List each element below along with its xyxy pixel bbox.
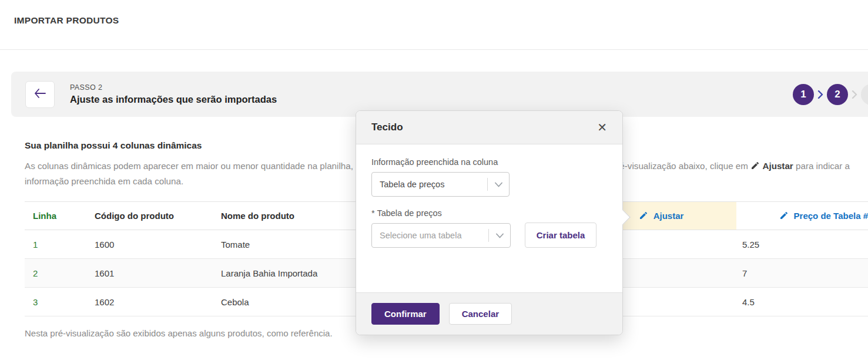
cell-linha: 1	[25, 230, 86, 259]
cell-preco: 7	[736, 259, 868, 288]
intro-text-after: para indicar a	[796, 161, 850, 171]
column-header-linha: Linha	[25, 202, 86, 230]
price-table-select-placeholder: Selecione uma tabela	[372, 231, 488, 240]
column-header-preco[interactable]: Preço de Tabela #1	[736, 202, 868, 230]
column-info-select[interactable]: Tabela de preços	[371, 172, 510, 197]
page-title: IMPORTAR PRODUTOS	[14, 15, 868, 26]
header-divider	[0, 49, 868, 50]
cell-codigo: 1602	[86, 288, 213, 316]
step-meta: PASSO 2 Ajuste as informações que serão …	[70, 83, 277, 105]
field1-label: Informação preenchida na coluna	[371, 157, 607, 167]
cell-codigo: 1601	[86, 259, 213, 288]
confirm-button[interactable]: Confirmar	[371, 303, 440, 325]
modal-header: Tecido ✕	[356, 111, 622, 144]
cell-preco: 4.5	[736, 288, 868, 316]
chevron-down-icon	[488, 182, 509, 187]
arrow-left-icon	[34, 87, 46, 101]
field2-label: * Tabela de preços	[371, 208, 607, 218]
column-header-codigo: Código do produto	[86, 202, 213, 230]
intro-text-line2: informação preenchida em cada coluna.	[25, 176, 183, 186]
modal-title: Tecido	[371, 122, 403, 133]
chevron-right-icon	[817, 90, 823, 99]
chevron-down-icon	[489, 233, 510, 238]
column-info-select-value: Tabela de preços	[372, 180, 487, 189]
cell-preco: 5.25	[736, 230, 868, 259]
cell-codigo: 1600	[86, 230, 213, 259]
step-2-circle[interactable]: 2	[827, 84, 848, 105]
cancel-button[interactable]: Cancelar	[449, 303, 512, 325]
column-config-modal: Tecido ✕ Informação preenchida na coluna…	[356, 110, 623, 335]
intro-ajustar-label: Ajustar	[762, 161, 793, 171]
table-select-row: Selecione uma tabela Criar tabela	[371, 218, 607, 248]
stepper: 1 2 3	[793, 84, 868, 105]
modal-footer: Confirmar Cancelar	[356, 292, 622, 335]
step-1-circle[interactable]: 1	[793, 84, 814, 105]
step-title: Ajuste as informações que serão importad…	[70, 94, 277, 105]
step-3-circle[interactable]: 3	[861, 84, 868, 105]
step-label: PASSO 2	[70, 83, 277, 92]
modal-body: Informação preenchida na coluna Tabela d…	[356, 144, 622, 292]
edit-pencil-icon	[750, 161, 762, 171]
back-button[interactable]	[25, 81, 55, 108]
create-table-button[interactable]: Criar tabela	[525, 223, 596, 248]
price-table-select[interactable]: Selecione uma tabela	[371, 223, 511, 248]
cell-linha: 3	[25, 288, 86, 316]
page-header: IMPORTAR PRODUTOS	[0, 0, 868, 49]
close-icon[interactable]: ✕	[597, 122, 607, 133]
cell-linha: 2	[25, 259, 86, 288]
chevron-right-icon	[852, 90, 857, 99]
preco-column-label: Preço de Tabela #1	[794, 211, 868, 221]
edit-pencil-icon	[779, 211, 789, 221]
ajustar-column-link[interactable]: Ajustar	[639, 211, 684, 221]
preco-column-link[interactable]: Preço de Tabela #1	[779, 211, 868, 221]
ajustar-column-label: Ajustar	[653, 211, 684, 221]
edit-pencil-icon	[639, 211, 648, 221]
